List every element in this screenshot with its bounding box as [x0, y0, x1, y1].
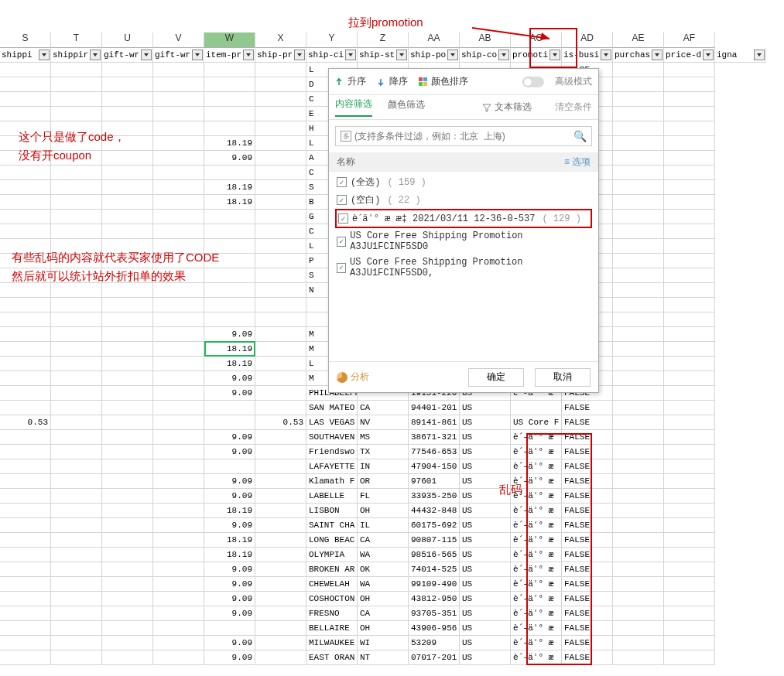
cell-AF[interactable]	[664, 166, 715, 180]
cell-U[interactable]	[102, 77, 153, 92]
cell-AF[interactable]	[664, 63, 715, 77]
cell-T[interactable]	[51, 312, 102, 327]
cell-U[interactable]	[102, 504, 153, 518]
cell-U[interactable]	[102, 621, 153, 636]
cell-S[interactable]	[0, 592, 51, 606]
cell-T[interactable]	[51, 621, 102, 636]
cell-W[interactable]	[204, 63, 255, 77]
col-header-undefined[interactable]: igna	[715, 48, 766, 63]
cell-Y[interactable]: BELLAIRE	[306, 621, 358, 636]
cell-Y[interactable]: EAST ORAN	[306, 650, 358, 665]
cell-AF[interactable]	[664, 342, 715, 357]
col-letter-X[interactable]: X	[255, 32, 306, 48]
cell-Y[interactable]: CHEWELAH	[306, 577, 358, 592]
cell-T[interactable]	[51, 430, 102, 445]
cell-AE[interactable]	[613, 489, 664, 504]
checkbox-icon[interactable]	[337, 237, 346, 247]
cell-AC[interactable]: èˊ-äˈ° æ	[511, 533, 562, 548]
cell-W[interactable]: 9.09	[204, 430, 255, 445]
cell-AF[interactable]	[664, 151, 715, 166]
cell-AA[interactable]: 43812-950	[409, 592, 460, 606]
cell-V[interactable]	[153, 474, 204, 489]
cell-W[interactable]	[204, 92, 255, 107]
filter-dropdown-icon[interactable]	[703, 50, 714, 60]
cell-V[interactable]	[153, 415, 204, 430]
cell-U[interactable]	[102, 107, 153, 121]
cell-AD[interactable]: FALSE	[562, 650, 613, 665]
cell-AB[interactable]: US	[460, 459, 511, 474]
cell-AA[interactable]: 47904-150	[409, 459, 460, 474]
cell-V[interactable]	[153, 533, 204, 548]
cell-AD[interactable]: FALSE	[562, 533, 613, 548]
cell-AB[interactable]: US	[460, 577, 511, 592]
cell-AE[interactable]	[613, 77, 664, 92]
cell-AB[interactable]: US	[460, 445, 511, 459]
cell-U[interactable]	[102, 386, 153, 401]
cell-AF[interactable]	[664, 224, 715, 239]
cell-AC[interactable]: èˊ-äˈ° æ	[511, 430, 562, 445]
cell-T[interactable]	[51, 489, 102, 504]
cell-T[interactable]	[51, 445, 102, 459]
cell-W[interactable]: 18.19	[204, 357, 255, 371]
cell-T[interactable]	[51, 606, 102, 621]
cell-AD[interactable]: FALSE	[562, 592, 613, 606]
tab-content-filter[interactable]: 内容筛选	[335, 97, 372, 117]
cell-AA[interactable]: 97601	[409, 474, 460, 489]
cell-V[interactable]	[153, 107, 204, 121]
cell-V[interactable]	[153, 621, 204, 636]
cell-X[interactable]	[255, 136, 306, 151]
cell-X[interactable]	[255, 312, 306, 327]
cell-X[interactable]	[255, 430, 306, 445]
cell-W[interactable]: 9.09	[204, 386, 255, 401]
cell-AD[interactable]: FALSE	[562, 401, 613, 415]
cell-U[interactable]	[102, 548, 153, 562]
cell-U[interactable]	[102, 180, 153, 195]
cell-AE[interactable]	[613, 504, 664, 518]
cell-W[interactable]: 9.09	[204, 577, 255, 592]
cell-X[interactable]	[255, 77, 306, 92]
cell-AF[interactable]	[664, 254, 715, 268]
cell-Z[interactable]: WA	[358, 548, 409, 562]
clear-filter-button[interactable]: 清空条件	[555, 101, 592, 114]
cell-U[interactable]	[102, 489, 153, 504]
cell-V[interactable]	[153, 504, 204, 518]
cell-W[interactable]: 18.19	[204, 342, 255, 357]
cell-AB[interactable]: US	[460, 606, 511, 621]
cell-AA[interactable]: 94401-201	[409, 401, 460, 415]
cell-V[interactable]	[153, 92, 204, 107]
cell-AA[interactable]: 43906-956	[409, 621, 460, 636]
cell-X[interactable]	[255, 357, 306, 371]
cell-T[interactable]	[51, 357, 102, 371]
cell-AB[interactable]: US	[460, 415, 511, 430]
cell-W[interactable]: 9.09	[204, 650, 255, 665]
cell-X[interactable]	[255, 268, 306, 283]
filter-dropdown-icon[interactable]	[601, 50, 611, 60]
advanced-mode-toggle[interactable]	[522, 77, 544, 87]
cell-AE[interactable]	[613, 445, 664, 459]
cell-Z[interactable]: NV	[358, 415, 409, 430]
cell-V[interactable]	[153, 606, 204, 621]
cell-X[interactable]	[255, 650, 306, 665]
cell-S[interactable]	[0, 621, 51, 636]
cell-X[interactable]	[255, 239, 306, 254]
cell-AA[interactable]: 99109-490	[409, 577, 460, 592]
filter-dropdown-icon[interactable]	[243, 50, 254, 60]
cell-AE[interactable]	[613, 107, 664, 121]
cell-T[interactable]	[51, 474, 102, 489]
cell-AE[interactable]	[613, 136, 664, 151]
cell-AE[interactable]	[613, 371, 664, 386]
filter-item-list[interactable]: (全选)( 159 )(空白)( 22 )èˊäˈ° æ æ‡ 2021/03/…	[329, 172, 598, 350]
cell-AF[interactable]	[664, 92, 715, 107]
cell-X[interactable]	[255, 371, 306, 386]
cell-AE[interactable]	[613, 283, 664, 298]
cell-V[interactable]	[153, 298, 204, 312]
filter-dropdown-icon[interactable]	[39, 50, 50, 60]
cell-Y[interactable]: Friendswo	[306, 445, 358, 459]
cell-AD[interactable]: FALSE	[562, 577, 613, 592]
col-letter-AB[interactable]: AB	[460, 32, 511, 48]
cell-AE[interactable]	[613, 415, 664, 430]
cell-X[interactable]	[255, 386, 306, 401]
cell-AD[interactable]: FALSE	[562, 562, 613, 577]
cell-U[interactable]	[102, 224, 153, 239]
cell-AA[interactable]: 44432-848	[409, 504, 460, 518]
